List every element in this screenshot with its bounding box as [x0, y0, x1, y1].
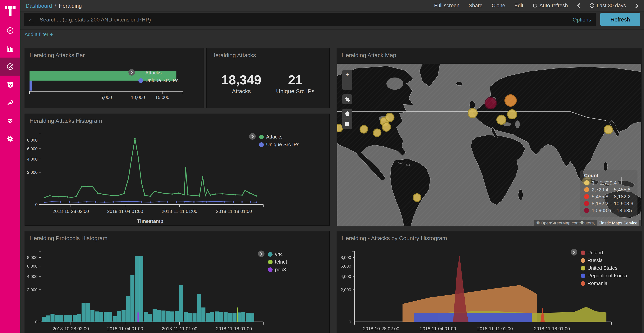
map-legend-item: 2,729.4 – 5,455.8 — [584, 187, 633, 193]
map-legend-dot-icon — [584, 180, 589, 185]
legend-label: Romania — [588, 280, 608, 286]
clone-button[interactable]: Clone — [492, 3, 505, 9]
map-legend-dot-icon — [584, 187, 589, 192]
legend-label: Republic of Korea — [588, 273, 627, 278]
legend-label: telnet — [275, 259, 287, 265]
breadcrumb-dashboard-link[interactable]: Dashboard — [26, 3, 52, 9]
legend-expand-icon[interactable] — [128, 69, 135, 76]
map-rectangle-tool-button[interactable] — [342, 119, 352, 129]
legend-dot-icon — [259, 142, 264, 147]
compass-icon — [6, 27, 14, 34]
bear-icon — [6, 81, 14, 88]
svg-text:10,000: 10,000 — [131, 95, 145, 100]
query-options-link[interactable]: Options — [573, 16, 591, 23]
map-zoom-out-button[interactable]: − — [342, 80, 352, 90]
search-input[interactable] — [39, 16, 568, 23]
attribution-osm[interactable]: © OpenStreetMap contributors, — [536, 221, 595, 225]
area-republic-of-korea[interactable] — [414, 313, 532, 322]
share-button[interactable]: Share — [469, 3, 482, 9]
refresh-button[interactable]: Refresh — [600, 13, 640, 26]
svg-text:2,000: 2,000 — [340, 287, 351, 292]
gear-icon — [6, 135, 14, 142]
map-zoom-in-button[interactable]: + — [342, 70, 352, 80]
map-legend-item: 10,908.6 – 13,635 — [584, 208, 633, 213]
legend-dot-icon — [580, 266, 585, 270]
svg-text:2018-11-11 01:00: 2018-11-11 01:00 — [162, 209, 198, 214]
legend-dot-icon — [580, 250, 585, 255]
breadcrumb-separator: / — [55, 3, 56, 9]
svg-text:6,000: 6,000 — [27, 146, 38, 151]
map-legend-dot-icon — [584, 201, 589, 206]
time-range-picker[interactable]: Last 30 days — [590, 3, 626, 9]
legend-item-romania[interactable]: Romania — [580, 280, 627, 286]
full-screen-button[interactable]: Full screen — [434, 3, 460, 9]
legend-item-poland[interactable]: Poland — [580, 250, 627, 255]
auto-refresh-button[interactable]: Auto-refresh — [532, 3, 568, 9]
sidebar-item-devtools[interactable] — [0, 94, 20, 112]
legend-item-telnet[interactable]: telnet — [268, 259, 287, 265]
sidebar-item-management[interactable] — [0, 130, 20, 148]
legend-item-russia[interactable]: Russia — [580, 257, 627, 263]
metric-value: 18,349 — [222, 73, 261, 87]
kibana-dashboard: Dashboard / Heralding Full screen Share … — [0, 0, 644, 333]
clock-icon — [590, 3, 595, 8]
svg-text:2018-11-11 01:00: 2018-11-11 01:00 — [477, 326, 513, 331]
chevron-right-icon — [635, 3, 639, 8]
metric-label: Unique Src IPs — [276, 88, 314, 94]
attacks-line-chart[interactable]: 02,0004,0006,0008,0002018-10-28 02:00201… — [27, 129, 276, 226]
add-filter-link[interactable]: Add a filter+ — [24, 32, 53, 37]
crop-icon — [345, 97, 350, 102]
edit-button[interactable]: Edit — [514, 3, 524, 9]
square-icon — [345, 122, 350, 126]
svg-text:2018-11-18 01:00: 2018-11-18 01:00 — [216, 326, 252, 331]
t-logo-icon — [4, 5, 16, 17]
legend-item-republic-of-korea[interactable]: Republic of Korea — [580, 273, 627, 278]
attribution-ems[interactable]: Elastic Maps Service — [597, 220, 639, 226]
world-map[interactable]: + − — [337, 64, 641, 226]
sidebar-item-dashboard[interactable] — [0, 58, 20, 76]
metric-value: 21 — [276, 73, 314, 87]
svg-text:2018-11-04 01:00: 2018-11-04 01:00 — [420, 326, 456, 331]
time-forward-button[interactable] — [635, 3, 639, 8]
legend-item-united-states[interactable]: United States — [580, 265, 627, 271]
legend-item-vnc[interactable]: vnc — [268, 251, 287, 257]
legend-item-attacks[interactable]: Attacks — [259, 134, 300, 140]
panel-country-histogram: Heralding - Attacks by Country Histogram… — [336, 231, 642, 333]
map-polygon-tool-button[interactable] — [342, 109, 352, 119]
legend-item-unique-src-ips[interactable]: Unique Src IPs — [138, 78, 178, 83]
search-box[interactable]: >_ Options — [24, 13, 596, 26]
time-back-button[interactable] — [577, 3, 580, 8]
legend-dot-icon — [138, 78, 143, 83]
sidebar-item-monitoring[interactable] — [0, 112, 20, 130]
legend-dot-icon — [259, 134, 264, 139]
legend-item-pop3[interactable]: pop3 — [268, 267, 287, 272]
legend-expand-icon[interactable] — [570, 249, 577, 255]
legend: AttacksUnique Src IPs — [259, 134, 300, 147]
panel-protocols-histogram: Heralding Protocols Histogram 02,0004,00… — [24, 231, 330, 333]
legend-label: Poland — [588, 250, 603, 255]
map-fit-bounds-button[interactable] — [342, 94, 352, 104]
protocols-bar-chart[interactable]: 02,0004,0006,0008,0002018-10-28 02:00201… — [27, 247, 276, 333]
map-legend-dot-icon — [584, 194, 589, 199]
legend: vnctelnetpop3 — [268, 251, 287, 272]
metric-unique-src-ips: 21 Unique Src IPs — [276, 73, 314, 94]
map-legend-range: 2,729.4 – 5,455.8 — [592, 187, 630, 193]
map-legend-item: 3 – 2,729.4 — [584, 180, 633, 186]
legend-label: United States — [588, 265, 617, 271]
plus-icon: + — [50, 32, 53, 37]
svg-text:5,000: 5,000 — [100, 95, 112, 100]
legend-item-unique-src-ips[interactable]: Unique Src IPs — [259, 142, 300, 147]
svg-text:0: 0 — [35, 319, 38, 324]
legend-label: vnc — [275, 251, 282, 257]
legend-label: pop3 — [275, 267, 286, 272]
sidebar-item-honeypot[interactable] — [0, 76, 20, 94]
map-legend-item: 8,182.2 – 10,908.6 — [584, 201, 633, 206]
t-mobile-logo[interactable] — [0, 0, 20, 22]
area-poland[interactable] — [453, 256, 468, 322]
sidebar-item-visualize[interactable] — [0, 40, 20, 58]
legend-item-attacks[interactable]: Attacks — [138, 70, 178, 76]
sidebar-item-discover[interactable] — [0, 22, 20, 40]
map-controls: + − — [342, 70, 352, 129]
svg-text:Timestamp: Timestamp — [137, 218, 164, 224]
bar-unique-src-ips[interactable] — [30, 81, 32, 91]
